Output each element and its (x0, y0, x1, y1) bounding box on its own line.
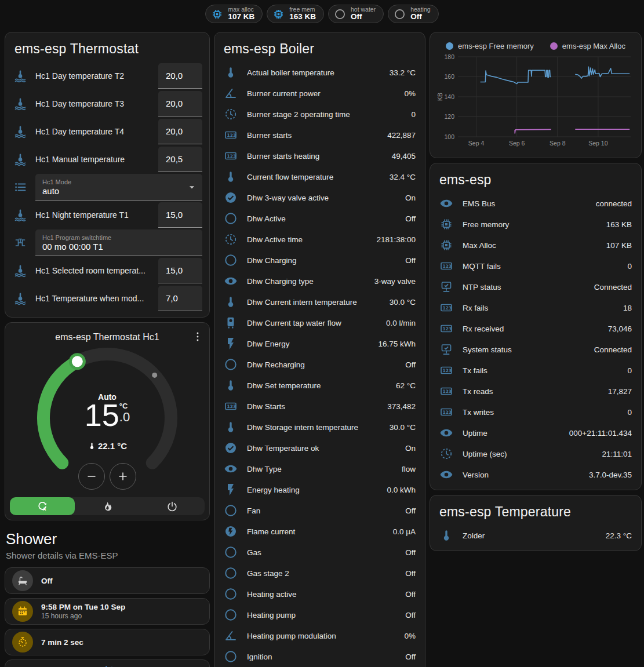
entity-row[interactable]: Fan Off (214, 500, 425, 521)
number-input[interactable]: 20,0 (158, 91, 202, 116)
entity-row[interactable]: Heating pump modulation 0% (214, 625, 425, 646)
entity-row[interactable]: Dhw Current intern temperature 30.0 °C (214, 291, 425, 312)
field-row[interactable]: Hc1 Day temperature T3 20,0 (5, 90, 209, 118)
entity-row[interactable]: Dhw Charging Off (214, 250, 425, 271)
decrease-temp-button[interactable] (78, 463, 105, 490)
field-row[interactable]: Hc1 Day temperature T2 20,0 (5, 62, 209, 90)
entity-row[interactable]: 123 Tx reads 17,827 (430, 381, 641, 402)
entity-row[interactable]: Dhw Set temperature 62 °C (214, 375, 425, 396)
entity-row[interactable]: Heating active Off (214, 584, 425, 604)
entity-row[interactable]: Energy heating 0.0 kWh (214, 479, 425, 500)
entity-label: Dhw Energy (247, 340, 369, 348)
dots-vertical-icon[interactable] (191, 330, 204, 343)
shower-item[interactable]: 9:58 PM on Tue 10 Sep 15 hours ago (5, 598, 210, 625)
entity-row[interactable]: Ignition Off (214, 646, 425, 667)
field-row[interactable]: Hc1 Selected room temperat... 15,0 (5, 257, 209, 285)
entity-value: 107 KB (606, 241, 632, 250)
entity-row[interactable]: Burner stage 2 operating time 0 (214, 104, 425, 125)
text-input[interactable]: Hc1 Program switchtime 00 mo 00:00 T1 (35, 229, 202, 256)
valve-icon (13, 236, 27, 250)
hvac-mode-button[interactable] (140, 497, 205, 515)
entity-label: Dhw Current intern temperature (247, 298, 380, 307)
entity-row[interactable]: System status Connected (430, 339, 641, 360)
entity-row[interactable]: 123 Rx received 73,046 (430, 318, 641, 339)
entity-row[interactable]: Version 3.7.0-dev.35 (430, 464, 641, 485)
entity-label: Burner starts (247, 131, 378, 140)
entity-row[interactable]: Dhw Energy 16.75 kWh (214, 333, 425, 354)
circle-outline-icon (224, 358, 238, 371)
number-input[interactable]: 7,0 (158, 286, 202, 311)
entity-row[interactable]: 123 Tx writes 0 (430, 402, 641, 422)
thermometer-icon (88, 442, 96, 450)
legend-item-free-memory[interactable]: ems-esp Free memory (446, 42, 534, 50)
badge[interactable]: hot water Off (328, 5, 384, 23)
increase-temp-button[interactable] (110, 463, 136, 490)
thermometer-water-icon (13, 152, 27, 166)
circle-outline-icon (224, 587, 238, 601)
badge[interactable]: max alloc 107 KB (205, 5, 263, 23)
entity-row[interactable]: Dhw Storage intern temperature 30.0 °C (214, 417, 425, 438)
entity-row[interactable]: Dhw Recharging Off (214, 354, 425, 375)
field-row[interactable]: Hc1 Mode auto (5, 173, 209, 201)
entity-row[interactable]: 123 Burner starts 422,887 (214, 125, 425, 145)
hvac-mode-button[interactable] (75, 497, 140, 515)
entity-label: Dhw Charging (247, 256, 396, 265)
legend-item-max-alloc[interactable]: ems-esp Max Alloc (550, 42, 625, 50)
entity-row[interactable]: Dhw Active Off (214, 208, 425, 229)
number-input[interactable]: 20,0 (158, 119, 202, 144)
entity-value: Off (405, 360, 416, 369)
entity-row[interactable]: Dhw 3-way valve active On (214, 187, 425, 208)
field-row[interactable]: Hc1 Manual temperature 20,5 (5, 145, 209, 173)
number-input[interactable]: 20,0 (158, 63, 202, 89)
entity-label: Dhw Starts (247, 402, 378, 411)
entity-value: 33.2 °C (390, 68, 416, 77)
entity-label: Version (463, 471, 580, 479)
badge[interactable]: free mem 163 KB (267, 5, 324, 23)
entity-value: 0.0 l/min (386, 319, 416, 327)
entity-row[interactable]: Dhw Temperature ok On (214, 438, 425, 458)
field-row[interactable]: Hc1 Day temperature T4 20,0 (5, 118, 209, 145)
shower-item[interactable]: 7 min 2 sec (5, 629, 210, 655)
badge[interactable]: heating Off (388, 5, 438, 23)
shower-partial-card[interactable] (5, 659, 210, 667)
entity-row[interactable]: 123 Tx fails 0 (430, 360, 641, 381)
entity-row[interactable]: 123 Dhw Starts 373,482 (214, 396, 425, 417)
entity-row[interactable]: Dhw Active time 2181:38:00 (214, 229, 425, 250)
entity-row[interactable]: Actual boiler temperature 33.2 °C (214, 62, 425, 83)
entity-row[interactable]: Dhw Type flow (214, 458, 425, 479)
entity-label: Burner starts heating (247, 152, 383, 161)
entity-row[interactable]: Gas Off (214, 542, 425, 563)
hvac-mode-button[interactable]: A (10, 497, 75, 515)
entity-row[interactable]: Burner current power 0% (214, 83, 425, 104)
select-input[interactable]: Hc1 Mode auto (35, 174, 202, 201)
badge-value: 163 KB (289, 13, 316, 21)
field-row[interactable]: Hc1 Temperature when mod... 7,0 (5, 285, 209, 312)
entity-label: Dhw Set temperature (247, 381, 387, 390)
entity-label: Dhw Active time (247, 235, 367, 244)
entity-row[interactable]: Dhw Current tap water flow 0.0 l/min (214, 312, 425, 333)
entity-row[interactable]: Heating pump Off (214, 604, 425, 625)
entity-row[interactable]: Uptime 000+21:11:01.434 (430, 422, 641, 443)
entity-row[interactable]: NTP status Connected (430, 276, 641, 297)
entity-row[interactable]: Uptime (sec) 21:11:01 (430, 443, 641, 464)
card-title: ems-esp (430, 163, 641, 193)
shower-item[interactable]: Off (5, 567, 210, 594)
entity-row[interactable]: 123 Burner starts heating 49,405 (214, 145, 425, 166)
entity-row[interactable]: Gas stage 2 Off (214, 563, 425, 584)
number-input[interactable]: 15,0 (158, 202, 202, 228)
number-input[interactable]: 20,5 (158, 147, 202, 172)
entity-row[interactable]: Current flow temperature 32.4 °C (214, 166, 425, 187)
number-input[interactable]: 15,0 (158, 258, 202, 283)
field-label: Hc1 Manual temperature (35, 155, 158, 164)
entity-row[interactable]: EMS Bus connected (430, 193, 641, 214)
calendar-clock-icon (12, 601, 33, 622)
field-row[interactable]: Hc1 Night temperature T1 15,0 (5, 201, 209, 229)
entity-row[interactable]: Flame current 0.0 µA (214, 521, 425, 542)
entity-row[interactable]: Max Alloc 107 KB (430, 235, 641, 256)
entity-row[interactable]: 123 Rx fails 18 (430, 297, 641, 318)
entity-row[interactable]: Free memory 163 KB (430, 214, 641, 235)
field-row[interactable]: Hc1 Program switchtime 00 mo 00:00 T1 (5, 229, 209, 257)
entity-row[interactable]: Dhw Charging type 3-way valve (214, 271, 425, 291)
entity-row[interactable]: Zolder 22.3 °C (430, 525, 641, 546)
entity-row[interactable]: 123 MQTT fails 0 (430, 256, 641, 276)
